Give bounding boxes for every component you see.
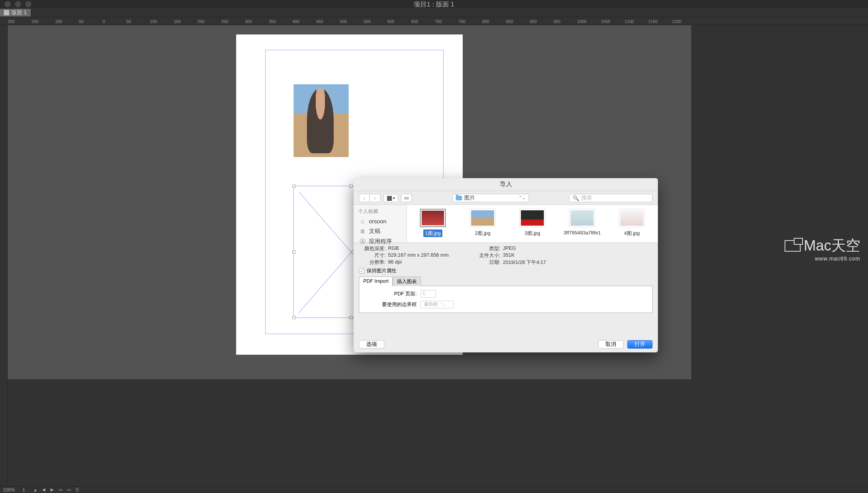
info-value: RGB: [388, 245, 399, 252]
search-icon: 🔍: [573, 195, 579, 201]
info-label: 日期:: [474, 259, 501, 266]
minimize-window-button[interactable]: [15, 1, 21, 7]
close-window-button[interactable]: [5, 1, 11, 7]
sidebar-item-documents[interactable]: 🗎 文稿: [354, 226, 406, 236]
placed-image[interactable]: [294, 84, 349, 157]
documents-icon: 🗎: [359, 228, 366, 234]
ruler-vertical[interactable]: [0, 25, 8, 485]
file-item[interactable]: 4图.jpg: [609, 209, 655, 239]
info-value: 529.167 mm x 297.656 mm: [388, 252, 449, 259]
resize-handle[interactable]: [349, 316, 352, 319]
info-label: 颜色深度:: [359, 245, 386, 252]
zoom-window-button[interactable]: [25, 1, 31, 7]
ruler-tick: 100: [150, 19, 157, 24]
window-title: 项目1 : 版面 1: [414, 0, 454, 9]
tab-pdf-import[interactable]: PDF Import: [359, 277, 393, 286]
window-titlebar: 项目1 : 版面 1: [0, 0, 868, 8]
nav-forward-button[interactable]: ›: [370, 194, 380, 202]
view-icon[interactable]: ▭: [58, 488, 63, 492]
next-icon[interactable]: ▶: [49, 488, 55, 492]
file-name-label: 1图.jpg: [423, 229, 442, 237]
file-info-panel: 颜色深度:RGB 类型:JPEG 尺寸:529.167 mm x 297.656…: [354, 242, 658, 277]
info-label: 分辨率:: [359, 259, 386, 266]
ruler-tick: 750: [458, 19, 465, 24]
warning-icon[interactable]: ▲: [33, 488, 38, 492]
checkbox-label: 保持图片属性: [367, 267, 396, 274]
file-item[interactable]: 1图.jpg: [410, 209, 456, 239]
file-thumbnail: [519, 209, 545, 227]
ruler-tick: 200: [197, 19, 204, 24]
file-thumbnail: [619, 209, 645, 227]
dialog-toolbar: ‹ › ▦▾ ▭ 图片 ⌃⌄ 🔍 搜索: [354, 191, 658, 205]
folder-icon: [456, 196, 462, 200]
ruler-tick: 1050: [601, 19, 610, 24]
resize-handle[interactable]: [292, 251, 295, 254]
ruler-tick: 650: [411, 19, 418, 24]
prev-icon[interactable]: ◀: [41, 488, 46, 492]
document-tab[interactable]: 版面 1: [0, 9, 31, 16]
page-number[interactable]: 1: [23, 487, 25, 493]
ruler-tick: 50: [126, 19, 131, 24]
import-dialog: 导入 ‹ › ▦▾ ▭ 图片 ⌃⌄ 🔍 搜索 个人收藏 ⌂ orsoon: [354, 178, 658, 352]
file-browser[interactable]: 1图.jpg2图.jpg3图.jpg3ff795493a78fe14图.jpg: [407, 205, 658, 242]
ruler-tick: 500: [340, 19, 347, 24]
ruler-tick: 250: [221, 19, 228, 24]
ruler-horizontal[interactable]: 2001501005005010015020025030035040045050…: [0, 17, 868, 25]
info-label: 类型:: [474, 245, 501, 252]
watermark: Mac天空 www.mac69.com: [785, 236, 860, 262]
resize-handle[interactable]: [349, 185, 352, 188]
sidebar-item-label: 文稿: [369, 228, 380, 235]
ruler-tick: 900: [530, 19, 537, 24]
applications-icon: Ⓐ: [359, 239, 366, 245]
ruler-tick: 300: [245, 19, 252, 24]
view-mode-button[interactable]: ▦▾: [383, 194, 398, 202]
zoom-level[interactable]: 100%: [3, 487, 15, 493]
ruler-tick: 600: [387, 19, 394, 24]
form-label: 要使用的边界框: [375, 301, 417, 308]
tab-panel-pdf: PDF 页面: 1 要使用的边界框 裁剪框 ⌃⌄: [359, 286, 653, 313]
ruler-tick: 150: [174, 19, 181, 24]
document-tabbar: 版面 1: [0, 8, 868, 17]
folder-icon: ▭: [404, 195, 409, 201]
tab-insert-chart[interactable]: 插入图表: [393, 277, 421, 286]
resize-handle[interactable]: [292, 316, 295, 319]
status-bar: 100% 1 ▲ ◀ ▶ ▭ ▭ ☰: [0, 486, 868, 493]
dialog-sidebar: 个人收藏 ⌂ orsoon 🗎 文稿 Ⓐ 应用程序: [354, 205, 407, 242]
ruler-tick: 850: [506, 19, 513, 24]
document-tab-label: 版面 1: [11, 9, 27, 16]
view2-icon[interactable]: ▭: [66, 488, 72, 492]
info-value: JPEG: [503, 245, 516, 252]
ruler-tick: 50: [79, 19, 83, 24]
file-thumbnail: [470, 209, 496, 227]
cancel-button[interactable]: 取消: [598, 340, 623, 349]
file-item[interactable]: 3ff795493a78fe1: [559, 209, 605, 239]
resize-handle[interactable]: [292, 185, 295, 188]
ruler-tick: 550: [364, 19, 370, 24]
info-value: 96 dpi: [388, 259, 401, 266]
file-name-label: 3图.jpg: [523, 229, 542, 237]
search-input[interactable]: 🔍 搜索: [569, 194, 653, 202]
nav-back-button[interactable]: ‹: [359, 194, 370, 202]
file-item[interactable]: 2图.jpg: [460, 209, 506, 239]
info-label: 文件大小:: [474, 252, 501, 259]
open-button[interactable]: 打开: [627, 340, 653, 349]
bounding-box-select[interactable]: 裁剪框 ⌃⌄: [421, 301, 454, 308]
watermark-url: www.mac69.com: [785, 256, 860, 262]
search-placeholder: 搜索: [581, 195, 592, 201]
preserve-attributes-checkbox[interactable]: ✓: [359, 268, 364, 274]
ruler-tick: 700: [435, 19, 442, 24]
sidebar-item-orsoon[interactable]: ⌂ orsoon: [354, 216, 406, 226]
home-icon: ⌂: [359, 218, 366, 224]
file-thumbnail: [569, 209, 595, 227]
pdf-page-input[interactable]: 1: [421, 290, 436, 298]
path-dropdown[interactable]: 图片 ⌃⌄: [452, 194, 529, 202]
menu-icon[interactable]: ☰: [75, 488, 80, 492]
import-tabs: PDF Import 插入图表: [359, 277, 653, 286]
options-button[interactable]: 选项: [359, 340, 384, 349]
ruler-tick: 100: [55, 19, 62, 24]
path-label: 图片: [464, 195, 516, 201]
file-name-label: 4图.jpg: [622, 229, 641, 237]
file-item[interactable]: 3图.jpg: [509, 209, 555, 239]
group-button[interactable]: ▭: [401, 194, 412, 202]
dialog-title: 导入: [354, 178, 658, 191]
